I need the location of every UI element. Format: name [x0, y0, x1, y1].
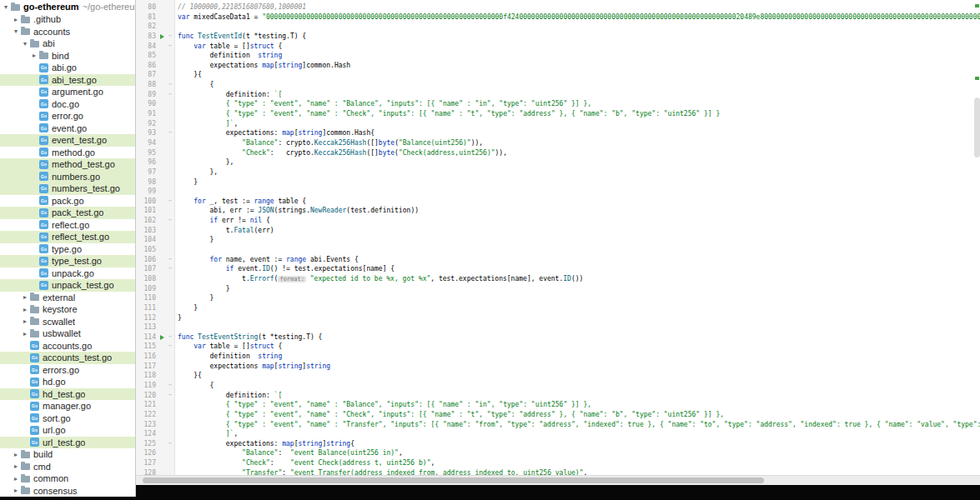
code-line-125[interactable]: 125− expectations: map[string]string{ — [136, 439, 980, 449]
code-line-122[interactable]: 122 { "type" : "event", "name" : "Check"… — [136, 410, 980, 420]
code-line-98[interactable]: 98 } — [136, 178, 980, 188]
chevron-right-icon[interactable]: ▸ — [21, 293, 29, 301]
line-number[interactable]: 95 — [136, 148, 158, 158]
code-line-80[interactable]: 80// 1000000,2218516807680,1000001 — [136, 2, 980, 12]
code-area[interactable]: 80// 1000000,2218516807680,100000181var … — [136, 2, 980, 475]
tree-item-pack.go[interactable]: Gopack.go — [0, 195, 135, 208]
code-line-116[interactable]: 116 definition string — [136, 352, 980, 362]
line-number[interactable]: 110 — [136, 293, 158, 303]
line-number[interactable]: 116 — [136, 352, 158, 362]
code-line-102[interactable]: 102− if err != nil { — [136, 216, 980, 226]
tree-item-build[interactable]: ▸build — [0, 448, 135, 461]
fold-icon[interactable]: − — [166, 381, 174, 391]
line-number[interactable]: 89 — [136, 90, 158, 100]
line-number[interactable]: 126 — [136, 448, 158, 458]
tree-item-bind[interactable]: ▸bind — [0, 50, 135, 62]
run-test-icon[interactable] — [160, 335, 164, 340]
fold-icon[interactable]: − — [166, 216, 174, 226]
tree-item-sort.go[interactable]: Gosort.go — [0, 412, 135, 425]
line-number[interactable]: 84 — [136, 42, 158, 52]
tree-item-abi[interactable]: ▾abi — [0, 38, 135, 50]
code-line-115[interactable]: 115− var table = []struct { — [136, 342, 980, 352]
line-number[interactable]: 91 — [136, 109, 158, 119]
code-line-108[interactable]: 108 t.Errorf(format: "expected id to be … — [136, 274, 980, 284]
fold-icon[interactable]: − — [166, 42, 174, 52]
tree-item-external[interactable]: ▸external — [0, 292, 135, 304]
line-number[interactable]: 117 — [136, 362, 158, 372]
fold-icon[interactable]: − — [166, 264, 174, 274]
line-number[interactable]: 101 — [136, 206, 158, 216]
code-line-83[interactable]: 83−func TestEventId(t *testing.T) { — [136, 32, 980, 42]
tree-item-consensus[interactable]: ▸consensus — [0, 485, 135, 498]
chevron-right-icon[interactable]: ▸ — [21, 330, 29, 338]
tree-item-hd.go[interactable]: Gohd.go — [0, 376, 135, 388]
line-number[interactable]: 125 — [136, 439, 158, 449]
fold-icon[interactable]: − — [166, 90, 174, 100]
chevron-down-icon[interactable]: ▾ — [2, 3, 10, 11]
line-number[interactable]: 103 — [136, 226, 158, 236]
code-line-124[interactable]: 124 ]`, — [136, 429, 980, 439]
line-number[interactable]: 121 — [136, 400, 158, 410]
line-number[interactable]: 123 — [136, 420, 158, 430]
code-line-103[interactable]: 103 t.Fatal(err) — [136, 226, 980, 236]
code-line-86[interactable]: 86 expectations map[string]common.Hash — [136, 61, 980, 71]
code-line-91[interactable]: 91 { "type" : "event", "name" : "Check",… — [136, 109, 980, 119]
code-line-118[interactable]: 118 }{ — [136, 371, 980, 381]
code-line-113[interactable]: 113 — [136, 322, 980, 332]
line-number[interactable]: 105 — [136, 245, 158, 255]
tree-item-event.go[interactable]: Goevent.go — [0, 122, 135, 135]
tree-item-abi_test.go[interactable]: Goabi_test.go — [0, 74, 135, 87]
tree-item-unpack.go[interactable]: Gounpack.go — [0, 268, 135, 280]
code-line-104[interactable]: 104 } — [136, 235, 980, 245]
fold-icon[interactable]: − — [166, 342, 174, 352]
code-line-94[interactable]: 94 "Balance": crypto.Keccak256Hash([]byt… — [136, 138, 980, 148]
tree-item-event_test.go[interactable]: Goevent_test.go — [0, 134, 135, 147]
tree-item-url_test.go[interactable]: Gourl_test.go — [0, 437, 135, 449]
code-line-114[interactable]: 114−func TestEventString(t *testing.T) { — [136, 332, 980, 342]
code-line-95[interactable]: 95 "Check": crypto.Keccak256Hash([]byte(… — [136, 148, 980, 158]
tree-item-common[interactable]: ▸common — [0, 472, 135, 485]
fold-icon[interactable]: − — [166, 332, 174, 342]
code-line-92[interactable]: 92 ]`, — [136, 119, 980, 129]
line-number[interactable]: 81 — [136, 12, 158, 22]
tree-item-usbwallet[interactable]: ▸usbwallet — [0, 328, 135, 340]
tree-item-reflect_test.go[interactable]: Goreflect_test.go — [0, 231, 135, 243]
code-line-99[interactable]: 99 — [136, 187, 980, 197]
tree-item-keystore[interactable]: ▸keystore — [0, 303, 135, 316]
code-line-119[interactable]: 119− { — [136, 381, 980, 391]
line-number[interactable]: 100 — [136, 197, 158, 207]
fold-icon[interactable]: − — [166, 391, 174, 401]
line-number[interactable]: 83 — [136, 32, 158, 42]
chevron-down-icon[interactable]: ▾ — [21, 40, 29, 48]
code-line-105[interactable]: 105 — [136, 245, 980, 255]
code-line-88[interactable]: 88− { — [136, 80, 980, 90]
code-line-81[interactable]: 81var mixedCaseData1 = "0000000000000000… — [136, 12, 980, 22]
line-number[interactable]: 102 — [136, 216, 158, 226]
code-line-126[interactable]: 126 "Balance": "event Balance(uint256 in… — [136, 448, 980, 458]
line-number[interactable]: 124 — [136, 429, 158, 439]
line-number[interactable]: 109 — [136, 284, 158, 294]
code-line-93[interactable]: 93− expectations: map[string]common.Hash… — [136, 128, 980, 138]
line-number[interactable]: 118 — [136, 371, 158, 381]
code-line-106[interactable]: 106− for name, event := range abi.Events… — [136, 255, 980, 265]
line-number[interactable]: 94 — [136, 138, 158, 148]
line-number[interactable]: 99 — [136, 187, 158, 197]
line-number[interactable]: 98 — [136, 178, 158, 188]
run-test-gutter[interactable] — [158, 32, 166, 42]
line-number[interactable]: 106 — [136, 255, 158, 265]
code-line-111[interactable]: 111 } — [136, 303, 980, 313]
code-line-109[interactable]: 109 } — [136, 284, 980, 294]
tree-item-accounts_test.go[interactable]: Goaccounts_test.go — [0, 352, 135, 364]
code-line-96[interactable]: 96 }, — [136, 158, 980, 168]
chevron-right-icon[interactable]: ▸ — [30, 52, 38, 59]
chevron-down-icon[interactable]: ▾ — [12, 28, 20, 35]
code-line-87[interactable]: 87 }{ — [136, 70, 980, 80]
code-line-82[interactable]: 82 — [136, 22, 980, 32]
line-number[interactable]: 80 — [136, 2, 158, 12]
line-number[interactable]: 92 — [136, 119, 158, 129]
chevron-right-icon[interactable]: ▸ — [21, 318, 29, 325]
line-number[interactable]: 122 — [136, 410, 158, 420]
code-line-84[interactable]: 84− var table = []struct { — [136, 42, 980, 52]
line-number[interactable]: 108 — [136, 274, 158, 284]
line-number[interactable]: 82 — [136, 22, 158, 32]
